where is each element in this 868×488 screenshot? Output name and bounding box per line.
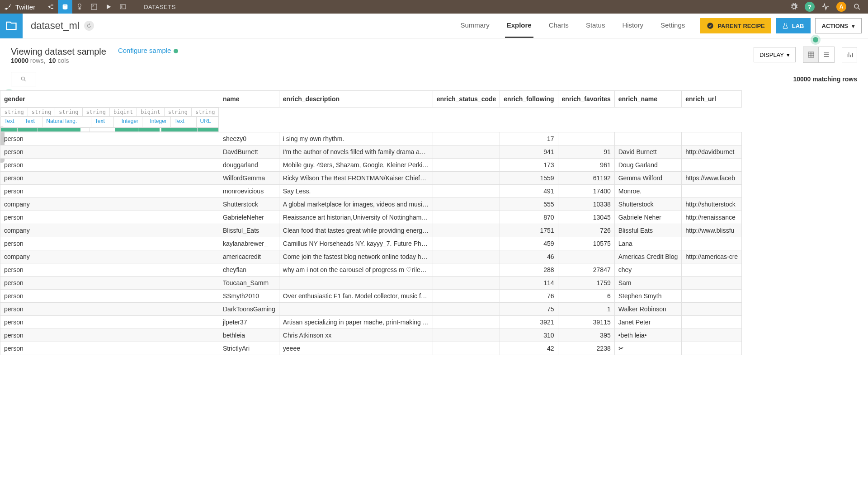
svg-point-1 (708, 23, 713, 28)
project-name[interactable]: Twitter (15, 3, 35, 11)
tab-charts[interactable]: Charts (547, 14, 571, 38)
sample-title: Viewing dataset sample (11, 47, 106, 57)
dataset-type-icon (0, 14, 23, 38)
refresh-icon[interactable] (84, 21, 94, 31)
activity-icon[interactable] (818, 0, 833, 14)
search-icon[interactable] (850, 0, 864, 14)
dataset-name: dataset_ml (31, 20, 80, 32)
sample-info: 10000 rows, 10 cols (11, 57, 69, 64)
parent-recipe-button[interactable]: PARENT RECIPE (700, 18, 771, 33)
datasets-icon[interactable] (58, 0, 72, 14)
gear-icon[interactable] (787, 0, 801, 14)
avatar[interactable]: A (836, 2, 846, 12)
table-view-icon[interactable] (803, 47, 819, 62)
lab-button[interactable]: LAB (776, 18, 811, 33)
help-icon[interactable]: ? (805, 2, 815, 12)
tab-status[interactable]: Status (584, 14, 607, 38)
analysis-icon[interactable] (87, 0, 101, 14)
sample-bar: Viewing dataset sample Configure sample … (0, 38, 868, 67)
flow-icon[interactable] (43, 0, 58, 14)
configure-sample-link[interactable]: Configure sample (118, 47, 179, 54)
topbar: Twitter DATASETS ? A (0, 0, 868, 14)
view-mode-group (803, 47, 835, 63)
svg-point-0 (854, 4, 859, 8)
subheader: dataset_ml SummaryExploreChartsStatusHis… (0, 14, 868, 38)
table-search-icon[interactable] (11, 72, 36, 86)
columns-view-icon[interactable] (842, 47, 857, 62)
more-icon[interactable] (116, 0, 130, 14)
jobs-icon[interactable] (101, 0, 116, 14)
bird-logo-icon (4, 2, 13, 11)
breadcrumb[interactable]: DATASETS (144, 4, 176, 10)
list-view-icon[interactable] (819, 47, 834, 62)
tab-explore[interactable]: Explore (505, 14, 533, 38)
display-button[interactable]: DISPLAY ▾ (754, 47, 796, 62)
nav-tabs: SummaryExploreChartsStatusHistorySetting… (458, 14, 687, 38)
recipes-icon[interactable] (72, 0, 87, 14)
svg-point-2 (21, 77, 24, 80)
tab-settings[interactable]: Settings (659, 14, 687, 38)
tab-summary[interactable]: Summary (458, 14, 491, 38)
actions-button[interactable]: ACTIONS ▾ (815, 18, 862, 33)
matching-rows: 10000 matching rows (793, 75, 857, 83)
tab-history[interactable]: History (620, 14, 645, 38)
hint-dot-icon[interactable] (813, 37, 818, 42)
